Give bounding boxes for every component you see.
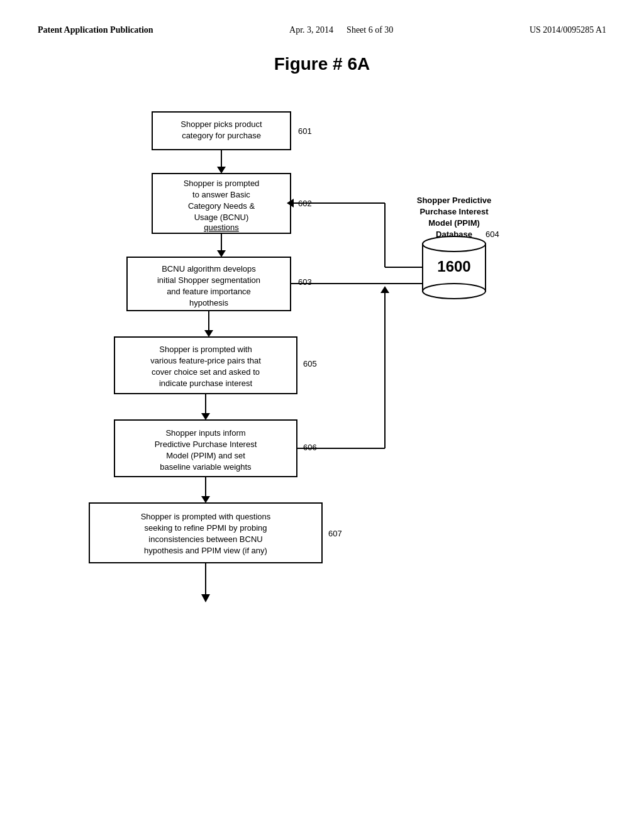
header-center: Apr. 3, 2014 Sheet 6 of 30 <box>289 25 393 35</box>
arrowhead-1 <box>217 167 226 174</box>
db-id: 604 <box>486 230 499 239</box>
header-right: US 2014/0095285 A1 <box>530 25 606 35</box>
box-603-line4: hypothesis <box>189 298 229 307</box>
db-cylinder-bottom <box>423 284 486 299</box>
box-605-line3: cover choice set and asked to <box>152 367 260 377</box>
box-607-line3: inconsistencies between BCNU <box>148 534 262 544</box>
db-label-3: Model (PPIM) <box>428 218 480 228</box>
box-606-line4: baseline variable weights <box>160 462 252 472</box>
label-606: 606 <box>303 443 317 452</box>
arrowhead-3 <box>204 330 213 337</box>
box-605-line2: various feature-price pairs that <box>150 356 261 365</box>
header-sheet: Sheet 6 of 30 <box>347 25 393 35</box>
header-date: Apr. 3, 2014 <box>289 25 333 35</box>
header: Patent Application Publication Apr. 3, 2… <box>38 25 606 35</box>
box-602-line4: Usage (BCNU) <box>194 213 249 222</box>
label-603: 603 <box>298 277 312 287</box>
label-607: 607 <box>328 529 342 538</box>
db-label-2: Purchase Interest <box>419 207 489 216</box>
box-602-line5: questions <box>204 223 239 232</box>
arrowhead-4 <box>201 413 210 420</box>
box-602-line3: Category Needs & <box>188 201 255 211</box>
box-603-line3: and feature importance <box>167 287 251 296</box>
box-603-line1: BCNU algorithm develops <box>162 264 256 274</box>
box-606-line1: Shopper inputs inform <box>165 428 245 438</box>
diagram-svg: Shopper picks product category for purch… <box>52 106 592 734</box>
box-601-line2: category for purchase <box>182 131 261 140</box>
arrowhead-6 <box>201 594 210 602</box>
db-label-1: Shopper Predictive <box>417 196 491 205</box>
arrowhead-5 <box>201 496 210 503</box>
header-left: Patent Application Publication <box>38 25 153 35</box>
arrowhead-2 <box>217 250 226 257</box>
box-607-line2: seeking to refine PPMI by probing <box>144 523 267 533</box>
box-606-line3: Model (PPIM) and set <box>166 451 245 460</box>
box-605-line1: Shopper is prompted with <box>159 345 252 354</box>
page: Patent Application Publication Apr. 3, 2… <box>0 0 644 830</box>
figure-title: Figure # 6A <box>38 54 606 74</box>
box-602-line2: to answer Basic <box>192 190 250 199</box>
label-601: 601 <box>298 126 312 136</box>
box-607-line4: hypothesis and PPIM view (if any) <box>144 546 267 555</box>
box-606-line2: Predictive Purchase Interest <box>155 440 257 449</box>
label-605: 605 <box>303 359 317 368</box>
arrowhead-db-up <box>380 286 389 293</box>
box-607-line1: Shopper is prompted with questions <box>141 512 271 521</box>
box-601-line1: Shopper picks product <box>180 119 262 129</box>
box-605-line4: indicate purchase interest <box>159 379 253 388</box>
db-cylinder-top <box>423 236 486 252</box>
box-602-line1: Shopper is prompted <box>184 179 260 188</box>
db-number: 1600 <box>437 258 470 275</box>
box-603-line2: initial Shopper segmentation <box>157 275 260 285</box>
